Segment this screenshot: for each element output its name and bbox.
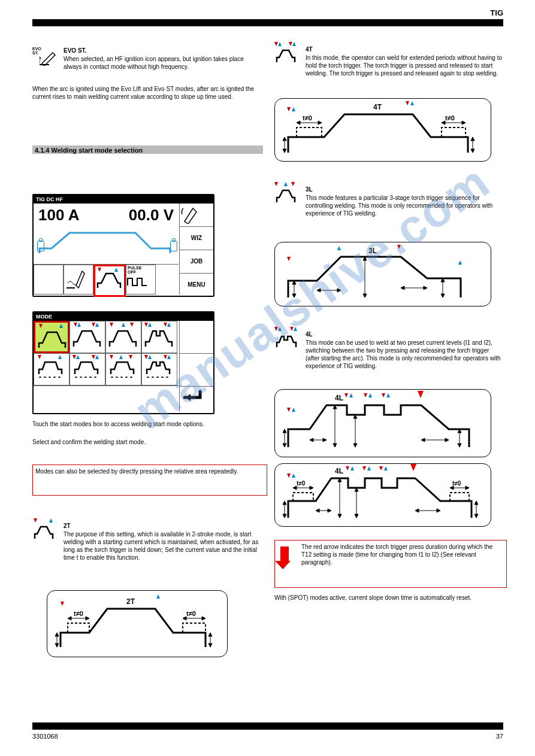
- touch-text: Touch the start modes box to access weld…: [32, 420, 263, 428]
- mode-4l-name: 4L: [306, 330, 313, 338]
- mode-3l-icon: [274, 187, 298, 204]
- svg-text:t≠0: t≠0: [452, 480, 461, 487]
- note-box-1: Modes can also be selected by directly p…: [32, 464, 267, 496]
- svg-marker-71: [283, 429, 286, 433]
- mode-spot-4t[interactable]: [69, 353, 105, 385]
- spot-note: With (SPOT) modes active, current slope …: [274, 594, 505, 602]
- svg-marker-94: [466, 486, 469, 490]
- svg-point-12: [89, 377, 92, 378]
- gas-post-icon: [170, 241, 177, 251]
- amps-readout: 100 A: [38, 206, 79, 224]
- waveform-icon: [34, 224, 179, 258]
- diagram-4l-a: 4L: [274, 389, 491, 457]
- evo-st-p2: When the arc is ignited using the Evo Li…: [32, 85, 263, 101]
- svg-text:3L: 3L: [368, 247, 377, 255]
- svg-marker-27: [86, 617, 89, 620]
- svg-marker-87: [458, 444, 461, 447]
- mode-cell-selected[interactable]: [93, 265, 126, 297]
- section-title: 4.1.4 Welding start mode selection: [35, 146, 143, 154]
- svg-marker-102: [316, 509, 319, 512]
- mode-3l[interactable]: [105, 321, 141, 353]
- svg-point-18: [130, 377, 132, 378]
- svg-point-23: [166, 377, 168, 378]
- top-rule: [32, 19, 503, 26]
- menu-button[interactable]: MENU: [180, 274, 213, 296]
- svg-marker-36: [208, 643, 212, 647]
- red-arrow-note: The red arrow indicates the torch trigge…: [301, 543, 499, 566]
- svg-point-10: [80, 377, 82, 378]
- svg-marker-47: [283, 149, 286, 153]
- svg-marker-56: [292, 294, 296, 297]
- hf-cell[interactable]: [64, 265, 93, 294]
- svg-marker-35: [208, 633, 212, 636]
- svg-marker-105: [415, 509, 419, 512]
- note-1: Modes can also be selected by directly p…: [35, 467, 259, 475]
- lcd-panel-1: TIG DC HF 100 A 00.0 V DC: [32, 194, 214, 297]
- svg-marker-58: [317, 289, 321, 292]
- pulse-cell[interactable]: PULSE OFF: [126, 265, 156, 294]
- svg-point-5: [44, 377, 46, 378]
- wiz-button[interactable]: WIZ: [180, 227, 213, 250]
- footer-right: 37: [496, 732, 503, 740]
- evo-st-icon: EVOST.: [32, 47, 56, 68]
- mode-2t[interactable]: [34, 321, 69, 353]
- svg-point-11: [84, 377, 87, 378]
- svg-marker-26: [68, 617, 71, 620]
- svg-marker-112: [355, 514, 358, 518]
- diagram-2t: t≠0 t≠0 2T: [47, 590, 228, 657]
- mode-4t-icon: [274, 47, 298, 63]
- tne-label: t≠0: [74, 610, 83, 617]
- svg-marker-78: [333, 444, 337, 447]
- mode-4t-name: 4T: [306, 45, 313, 53]
- mode-4l-icon: [274, 332, 300, 348]
- svg-marker-32: [55, 633, 59, 636]
- header-title: TIG: [490, 8, 503, 19]
- mode-spot-4l[interactable]: [141, 353, 177, 385]
- side-empty-1: [180, 321, 213, 354]
- svg-marker-62: [363, 294, 367, 297]
- svg-point-9: [75, 377, 77, 378]
- svg-marker-100: [474, 514, 478, 518]
- svg-marker-33: [55, 643, 59, 647]
- mode-4t-desc: In this mode, the operator can weld for …: [306, 54, 503, 77]
- svg-marker-50: [471, 149, 474, 153]
- svg-marker-64: [401, 286, 404, 290]
- mode-3l-desc: This mode features a particular 3-stage …: [306, 194, 503, 217]
- bottom-rule: [32, 722, 503, 730]
- release-arrow-icon: [114, 268, 118, 272]
- svg-text:2T: 2T: [126, 597, 135, 606]
- svg-point-4: [39, 377, 41, 378]
- job-button[interactable]: JOB: [180, 250, 213, 274]
- lcd-panel-2: MODE: [32, 311, 214, 414]
- svg-marker-68: [441, 294, 445, 297]
- mode-4l[interactable]: [141, 321, 177, 353]
- back-button[interactable]: [180, 387, 213, 412]
- torch-icon-cell[interactable]: [180, 204, 213, 227]
- svg-marker-24: [186, 394, 191, 401]
- svg-marker-44: [462, 121, 466, 125]
- svg-text:4L: 4L: [335, 467, 343, 475]
- big-press-arrow: [418, 391, 424, 398]
- diagram-3l: 3L: [274, 242, 491, 306]
- empty-cell: [34, 265, 64, 294]
- mode-spot-3l[interactable]: [105, 353, 141, 385]
- svg-point-22: [161, 377, 164, 378]
- svg-point-19: [147, 377, 149, 378]
- mode-4t[interactable]: [69, 321, 105, 353]
- svg-point-13: [94, 377, 96, 378]
- svg-marker-106: [437, 509, 440, 512]
- mode-header: MODE: [34, 312, 213, 321]
- svg-marker-2: [40, 56, 41, 59]
- svg-marker-46: [283, 137, 286, 141]
- evo-st-p1: When selected, an HF ignition icon appea…: [64, 55, 261, 71]
- svg-marker-81: [353, 444, 357, 447]
- side-empty-2: [180, 354, 213, 387]
- mode-spot-2t[interactable]: [34, 353, 69, 385]
- svg-text:t≠0: t≠0: [303, 114, 312, 122]
- svg-point-8: [58, 377, 61, 378]
- diagram-4t: t≠0 t≠0 4T: [274, 98, 491, 162]
- gas-pre-icon: [37, 241, 44, 251]
- svg-point-16: [120, 377, 123, 378]
- svg-marker-97: [283, 514, 286, 518]
- svg-marker-96: [283, 501, 286, 505]
